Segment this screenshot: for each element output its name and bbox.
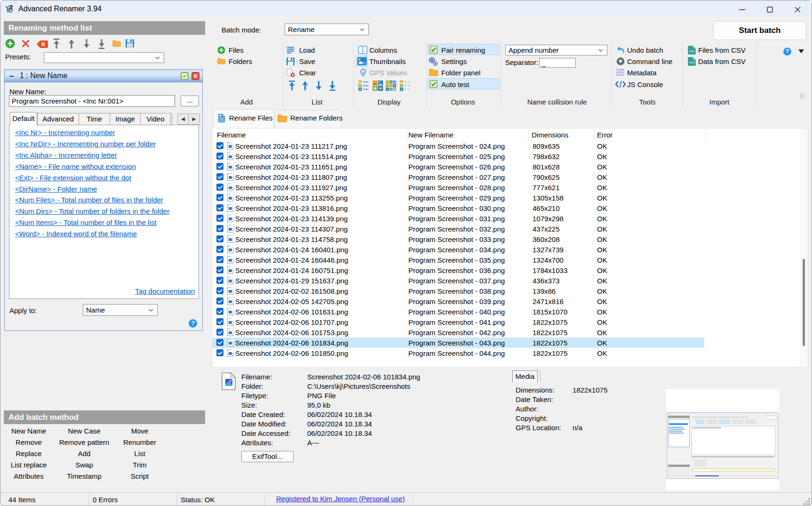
svg-text:CSV: CSV [689,50,695,53]
svg-text:CSV: CSV [689,61,695,64]
